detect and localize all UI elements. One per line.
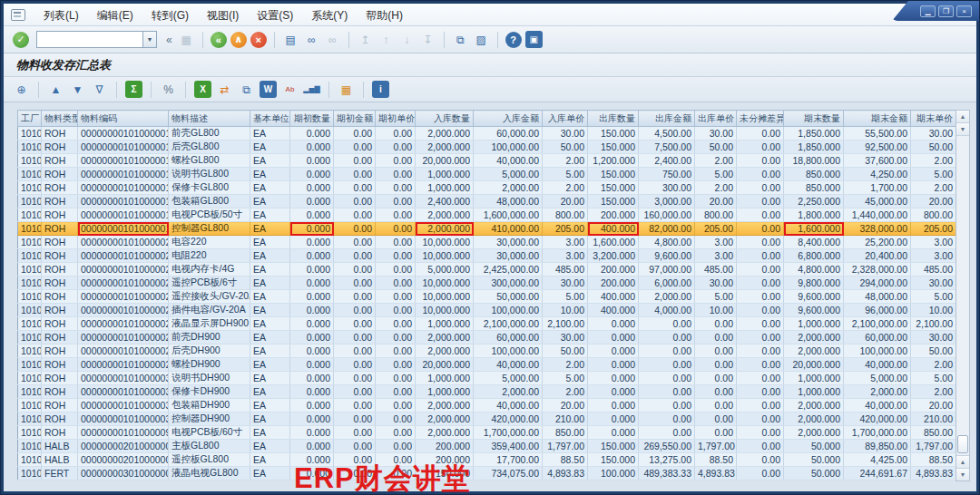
- table-row[interactable]: 1010ROH000000001010000015说明书GL800EA0.000…: [18, 168, 956, 181]
- table-cell-end-amt: 45,000.00: [844, 195, 911, 209]
- table-row[interactable]: 1010ROH000000001010000021电阻220EA0.0000.0…: [18, 249, 956, 263]
- minimize-button[interactable]: ▁: [920, 5, 936, 17]
- collapse-icon[interactable]: «: [166, 34, 172, 46]
- column-header-out-qty[interactable]: 出库数量: [588, 111, 639, 127]
- system-menu-icon[interactable]: [11, 9, 25, 21]
- column-header-out-price[interactable]: 出库单价: [695, 111, 737, 127]
- vertical-scrollbar[interactable]: ▲ ▼ ▲ ▼: [956, 110, 970, 481]
- scroll-down-bottom-icon[interactable]: ▼: [956, 468, 969, 480]
- scrollbar-thumb[interactable]: [957, 435, 968, 453]
- table-row[interactable]: 1010ROH000000001010000017包装箱GL800EA0.000…: [18, 195, 956, 209]
- column-header-open-amt[interactable]: 期初金额: [334, 111, 376, 127]
- menu-item-settings[interactable]: 设置(S): [248, 6, 302, 24]
- table-row[interactable]: 1010FERT000000003010000001液晶电视GL800EA0.0…: [18, 467, 956, 480]
- abc-analysis-icon[interactable]: Ab: [281, 81, 299, 98]
- column-header-mat-code[interactable]: 物料编码: [78, 111, 169, 127]
- command-field[interactable]: [36, 31, 143, 48]
- sort-descending-icon[interactable]: ▼: [69, 81, 86, 98]
- table-row[interactable]: 1010ROH000000001010000025插件电容/GV-20AEA0.…: [18, 304, 956, 317]
- word-processing-icon[interactable]: W: [260, 81, 277, 98]
- table-row[interactable]: 1010ROH000000001010000033控制器DH900EA0.000…: [18, 412, 956, 426]
- column-header-in-qty[interactable]: 入库数量: [416, 111, 474, 127]
- table-row[interactable]: 1010ROH000000001010000028后壳DH900EA0.0000…: [18, 345, 956, 358]
- create-shortcut-icon[interactable]: ▨: [473, 31, 490, 48]
- table-row[interactable]: 1010ROH000000001010000023遥控PCB板/6寸EA0.00…: [18, 277, 956, 290]
- table-cell-end-price: 3.00: [911, 236, 956, 249]
- column-header-in-amt[interactable]: 入库金额: [474, 111, 543, 127]
- close-button[interactable]: ×: [956, 5, 972, 17]
- last-page-icon[interactable]: ↧: [419, 31, 436, 48]
- percentage-icon[interactable]: %: [160, 81, 177, 98]
- previous-page-icon[interactable]: ↑: [377, 31, 395, 48]
- scrollbar-track[interactable]: [956, 136, 969, 455]
- column-header-plant[interactable]: 工厂: [18, 111, 42, 127]
- menu-item-views[interactable]: 视图(I): [198, 6, 248, 24]
- grid-icon[interactable]: ▦: [338, 81, 355, 98]
- column-header-open-price[interactable]: 期初单价: [376, 111, 416, 127]
- table-row[interactable]: 1010ROH000000001010000019控制器GL800EA0.000…: [18, 222, 956, 236]
- graphic-icon[interactable]: ▂▅▇: [303, 81, 320, 98]
- back-icon[interactable]: «: [211, 32, 227, 48]
- menu-item-list[interactable]: 列表(L): [34, 6, 88, 24]
- cancel-icon[interactable]: ×: [250, 32, 267, 48]
- table-row[interactable]: 1010ROH000000001010000030说明书DH900EA0.000…: [18, 372, 956, 385]
- table-row[interactable]: 1010ROH000000001010000031保修卡DH900EA0.000…: [18, 385, 956, 399]
- sum-icon[interactable]: Σ: [125, 81, 142, 98]
- menu-item-goto[interactable]: 转到(G): [142, 6, 198, 24]
- swap-icon[interactable]: ⇄: [216, 81, 233, 98]
- table-row[interactable]: 1010ROH000000001010000012前壳GL800EA0.0000…: [18, 127, 956, 141]
- column-header-base-unit[interactable]: 基本单位: [250, 111, 290, 127]
- column-header-unalloc-diff[interactable]: 未分摊差异: [737, 111, 784, 127]
- table-cell-open-amt: 0.00: [334, 168, 376, 181]
- help-icon[interactable]: ?: [505, 32, 522, 48]
- column-header-in-price[interactable]: 入库单价: [543, 111, 588, 127]
- table-row[interactable]: 1010ROH000000001010000029螺栓DH900EA0.0000…: [18, 358, 956, 372]
- print-icon[interactable]: ▤: [282, 31, 299, 48]
- column-header-open-qty[interactable]: 期初数量: [290, 111, 334, 127]
- scroll-down-icon[interactable]: ▼: [956, 123, 969, 136]
- table-row[interactable]: 1010HALB000000002010000002主板GL800EA0.000…: [18, 440, 956, 453]
- exit-icon[interactable]: ∧: [230, 32, 247, 48]
- sort-ascending-icon[interactable]: ▲: [47, 81, 64, 98]
- save-icon[interactable]: ▦: [178, 31, 195, 48]
- table-row[interactable]: 1010ROH000000001010000016保修卡GL800EA0.000…: [18, 181, 956, 195]
- table-row[interactable]: 1010ROH000000001010000013后壳GL800EA0.0000…: [18, 141, 956, 154]
- copy-icon[interactable]: ⧉: [238, 81, 255, 98]
- filter-icon[interactable]: ∇: [91, 81, 108, 98]
- table-row[interactable]: 1010ROH000000001010000014螺栓GL800EA0.0000…: [18, 154, 956, 168]
- table-row[interactable]: 1010ROH000000001010000027前壳DH900EA0.0000…: [18, 331, 956, 345]
- table-cell-base-unit: EA: [250, 440, 290, 453]
- table-row[interactable]: 1010ROH000000001010000018电视PCB板/50寸EA0.0…: [18, 209, 956, 222]
- column-header-end-amt[interactable]: 期末金额: [844, 111, 911, 127]
- column-header-mat-desc[interactable]: 物料描述: [169, 111, 250, 127]
- info-icon[interactable]: i: [372, 81, 389, 98]
- table-row[interactable]: 1010ROH000000001010000032包装箱DH900EA0.000…: [18, 399, 956, 412]
- new-session-icon[interactable]: ⧉: [452, 31, 469, 48]
- scroll-up-icon[interactable]: ▲: [956, 111, 969, 123]
- find-next-icon[interactable]: ∞: [324, 31, 341, 48]
- next-page-icon[interactable]: ↓: [398, 31, 416, 48]
- column-header-end-qty[interactable]: 期末数量: [784, 111, 844, 127]
- find-icon[interactable]: ∞: [303, 31, 320, 48]
- table-row[interactable]: 1010ROH000000001010000022电视内存卡/4GEA0.000…: [18, 263, 956, 277]
- menu-item-edit[interactable]: 编辑(E): [88, 6, 142, 24]
- menu-item-help[interactable]: 帮助(H): [357, 6, 412, 24]
- table-cell-base-unit: EA: [250, 453, 290, 467]
- customize-layout-icon[interactable]: ▣: [525, 31, 543, 48]
- column-header-mat-type[interactable]: 物料类型: [42, 111, 78, 127]
- table-row[interactable]: 1010HALB000000002010000004遥控板GL800EA0.00…: [18, 453, 956, 467]
- export-spreadsheet-icon[interactable]: X: [194, 81, 211, 98]
- table-row[interactable]: 1010ROH000000001010000092电视PCB板/60寸EA0.0…: [18, 426, 956, 440]
- table-row[interactable]: 1010ROH000000001010000020电容220EA0.0000.0…: [18, 236, 956, 249]
- restore-button[interactable]: ❐: [938, 5, 954, 17]
- column-header-out-amt[interactable]: 出库金额: [639, 111, 695, 127]
- command-field-dropdown-icon[interactable]: ▼: [143, 31, 157, 48]
- menu-item-system[interactable]: 系统(Y): [302, 6, 357, 24]
- scroll-up-bottom-icon[interactable]: ▲: [956, 455, 969, 468]
- first-page-icon[interactable]: ↥: [357, 31, 374, 48]
- table-row[interactable]: 1010ROH000000001010000026液晶显示屏DH900EA0.0…: [18, 317, 956, 331]
- column-header-end-price[interactable]: 期末单价: [911, 111, 956, 127]
- choose-detail-icon[interactable]: ⊕: [13, 81, 30, 98]
- enter-icon[interactable]: ✓: [13, 32, 29, 48]
- table-row[interactable]: 1010ROH000000001010000024遥控接收头/GV-20AEA0…: [18, 290, 956, 304]
